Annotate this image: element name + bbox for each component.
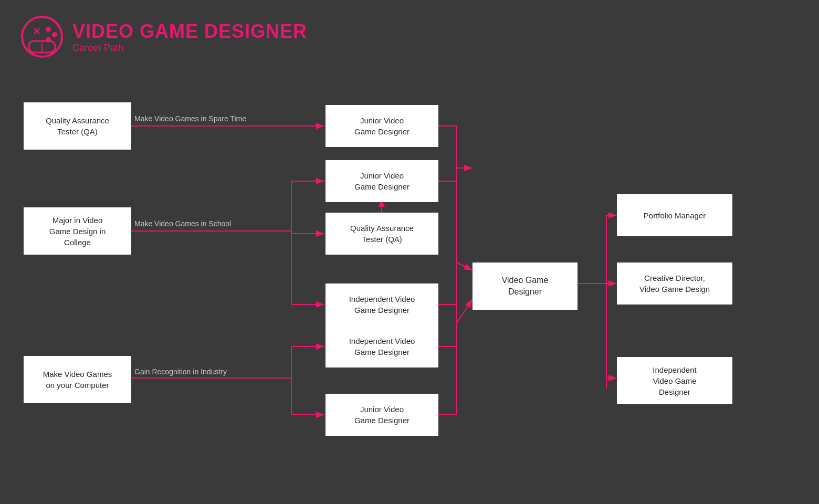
label-gain-recognition: Gain Recognition in Industry xyxy=(134,368,227,376)
page-subtitle: Career Path xyxy=(72,43,307,54)
svg-line-28 xyxy=(457,299,472,323)
page-title: VIDEO GAME DESIGNER xyxy=(72,20,307,43)
box-make-games-computer: Make Video Gameson your Computer xyxy=(24,356,131,403)
box-portfolio-manager: Portfolio Manager xyxy=(617,194,732,236)
box-major-college: Major in VideoGame Design inCollege xyxy=(24,207,131,255)
svg-point-2 xyxy=(46,27,51,32)
box-junior-vgd-bot: Junior VideoGame Designer xyxy=(326,394,438,436)
career-diagram: Quality AssuranceTester (QA) Major in Vi… xyxy=(0,79,819,504)
box-qa-tester-start: Quality AssuranceTester (QA) xyxy=(24,102,131,150)
svg-line-26 xyxy=(457,284,472,304)
box-junior-vgd-top: Junior VideoGame Designer xyxy=(326,105,438,147)
label-in-school: Make Video Games in School xyxy=(134,219,231,228)
header: ✕ VIDEO GAME DESIGNER Career Path xyxy=(0,0,819,74)
box-junior-vgd-mid: Junior VideoGame Designer xyxy=(326,160,438,202)
box-indie-vgd-bot: Independent VideoGame Designer xyxy=(326,326,438,368)
logo-icon: ✕ xyxy=(21,16,63,58)
svg-point-3 xyxy=(52,32,57,37)
box-indie-vgd-mid: Independent VideoGame Designer xyxy=(326,284,438,326)
box-qa-tester-mid: Quality AssuranceTester (QA) xyxy=(326,213,438,255)
box-indie-vgd-final: IndependentVideo GameDesigner xyxy=(617,357,732,404)
svg-line-27 xyxy=(457,262,472,270)
svg-text:✕: ✕ xyxy=(33,26,40,37)
header-text: VIDEO GAME DESIGNER Career Path xyxy=(72,20,307,54)
box-creative-director: Creative Director,Video Game Design xyxy=(617,262,732,304)
box-video-game-designer: Video GameDesigner xyxy=(472,262,578,310)
label-spare-time: Make Video Games in Spare Time xyxy=(134,114,246,123)
